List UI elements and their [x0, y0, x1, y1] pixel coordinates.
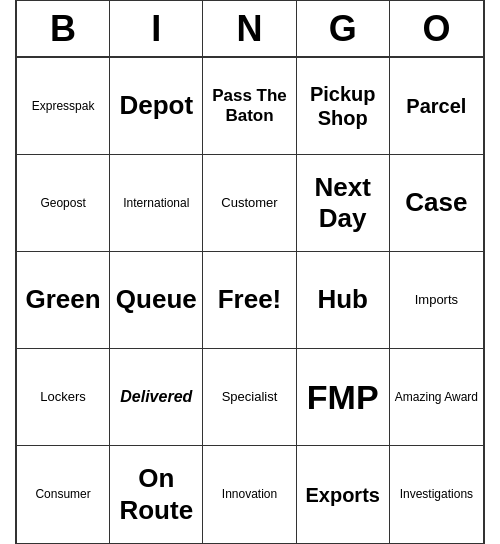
bingo-cell-8: Next Day — [297, 155, 390, 252]
bingo-cell-10: Green — [17, 252, 110, 349]
bingo-cell-17: Specialist — [203, 349, 296, 446]
bingo-cell-14: Imports — [390, 252, 483, 349]
bingo-cell-1: Depot — [110, 58, 203, 155]
bingo-header-letter-o: O — [390, 1, 483, 56]
bingo-grid: ExpresspakDepotPass The BatonPickup Shop… — [17, 58, 483, 543]
bingo-header-letter-g: G — [297, 1, 390, 56]
bingo-cell-3: Pickup Shop — [297, 58, 390, 155]
bingo-cell-9: Case — [390, 155, 483, 252]
bingo-cell-24: Investigations — [390, 446, 483, 543]
bingo-cell-6: International — [110, 155, 203, 252]
bingo-cell-12: Free! — [203, 252, 296, 349]
bingo-cell-21: On Route — [110, 446, 203, 543]
bingo-cell-7: Customer — [203, 155, 296, 252]
bingo-cell-5: Geopost — [17, 155, 110, 252]
bingo-header-letter-b: B — [17, 1, 110, 56]
bingo-cell-16: Delivered — [110, 349, 203, 446]
bingo-cell-22: Innovation — [203, 446, 296, 543]
bingo-card: BINGO ExpresspakDepotPass The BatonPicku… — [15, 0, 485, 544]
bingo-cell-20: Consumer — [17, 446, 110, 543]
bingo-cell-2: Pass The Baton — [203, 58, 296, 155]
bingo-cell-19: Amazing Award — [390, 349, 483, 446]
bingo-cell-0: Expresspak — [17, 58, 110, 155]
bingo-cell-18: FMP — [297, 349, 390, 446]
bingo-cell-4: Parcel — [390, 58, 483, 155]
bingo-header-letter-n: N — [203, 1, 296, 56]
bingo-cell-15: Lockers — [17, 349, 110, 446]
bingo-header: BINGO — [17, 1, 483, 58]
bingo-header-letter-i: I — [110, 1, 203, 56]
bingo-cell-13: Hub — [297, 252, 390, 349]
bingo-cell-23: Exports — [297, 446, 390, 543]
bingo-cell-11: Queue — [110, 252, 203, 349]
